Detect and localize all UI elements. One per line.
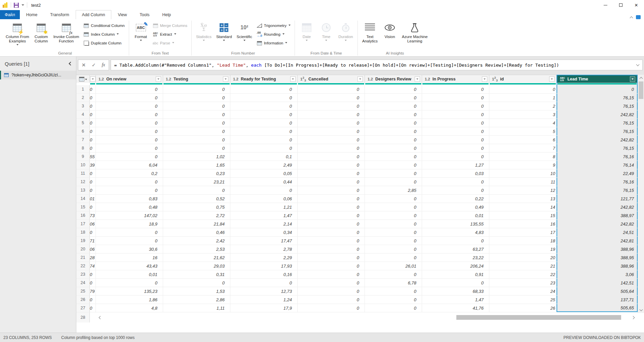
format-button[interactable]: ABC✎Format <box>131 21 151 50</box>
invoke-custom-function-button[interactable]: fxInvoke Custom Function <box>51 21 82 50</box>
filter-button[interactable] <box>223 76 228 82</box>
filter-button[interactable] <box>549 76 555 82</box>
cell-cancelled[interactable]: 0 <box>298 220 365 228</box>
cell-clipped[interactable]: 0 <box>90 136 96 144</box>
cell-testing[interactable]: 0 <box>163 279 230 287</box>
cell-in_progress[interactable]: 0 <box>422 119 489 127</box>
row-number[interactable]: 27 <box>76 304 90 312</box>
cell-in_progress[interactable]: 41,76 <box>422 304 489 312</box>
filter-button[interactable] <box>482 76 487 82</box>
text-analytics-button[interactable]: Text Analytics <box>360 21 380 50</box>
cell-id[interactable]: 1 <box>489 94 557 102</box>
cell-in_progress[interactable]: 0,01 <box>422 211 489 219</box>
information-button[interactable]: Information <box>255 39 293 47</box>
cell-on_review[interactable]: 0,83 <box>96 195 163 203</box>
cell-on_review[interactable]: 0,01 <box>96 270 163 278</box>
maximize-button[interactable] <box>613 0 629 10</box>
cell-lead_time[interactable]: 22,49 <box>557 169 638 177</box>
cell-cancelled[interactable]: 0 <box>298 119 365 127</box>
cell-in_progress[interactable]: 0 <box>422 85 489 93</box>
cell-clipped[interactable]: 73 <box>90 211 96 219</box>
cell-lead_time[interactable]: 242,82 <box>557 203 638 211</box>
cell-ready_for_testing[interactable]: 0,16 <box>230 270 298 278</box>
cell-cancelled[interactable]: 0 <box>298 253 365 262</box>
cell-on_review[interactable]: 4,8 <box>96 304 163 312</box>
collapse-queries-panel-button[interactable] <box>69 61 72 66</box>
column-from-examples-button[interactable]: ⚡Column From Examples <box>3 21 32 50</box>
cell-in_progress[interactable]: 1,47 <box>422 296 489 304</box>
cell-on_review[interactable]: 0 <box>96 85 163 93</box>
row-number[interactable]: 7 <box>76 136 90 144</box>
cell-clipped[interactable]: 0 <box>90 178 96 186</box>
cell-designers_review[interactable]: 0 <box>365 152 422 161</box>
cell-in_progress[interactable]: 63,27 <box>422 245 489 253</box>
expand-formula-bar-icon[interactable] <box>634 63 639 68</box>
cancel-formula-icon[interactable]: ✕ <box>82 62 86 68</box>
cell-cancelled[interactable]: 0 <box>298 144 365 152</box>
cell-on_review[interactable]: 0 <box>96 144 163 152</box>
cell-designers_review[interactable]: 0 <box>365 195 422 203</box>
extract-button[interactable]: ABC123Extract <box>151 30 189 39</box>
cell-designers_review[interactable]: 0 <box>365 245 422 253</box>
cell-designers_review[interactable]: 0 <box>365 304 422 312</box>
row-number[interactable]: 1 <box>76 85 90 93</box>
column-header-designers_review[interactable]: 1.2Designers Review <box>365 75 422 83</box>
cell-clipped[interactable]: 0 <box>90 270 96 278</box>
cell-in_progress[interactable]: 1,27 <box>422 161 489 169</box>
cell-on_review[interactable]: 0 <box>96 127 163 135</box>
row-number[interactable]: 20 <box>76 245 90 253</box>
cell-on_review[interactable]: 0 <box>96 228 163 236</box>
cell-testing[interactable]: 0,31 <box>163 270 230 278</box>
cell-in_progress[interactable]: 0 <box>422 237 489 245</box>
cell-ready_for_testing[interactable]: 1,24 <box>230 296 298 304</box>
cell-designers_review[interactable]: 0 <box>365 220 422 228</box>
cell-designers_review[interactable]: 0 <box>365 94 422 102</box>
cell-in_progress[interactable]: 68,33 <box>422 287 489 295</box>
cell-cancelled[interactable]: 0 <box>298 211 365 219</box>
cell-cancelled[interactable]: 0 <box>298 136 365 144</box>
cell-in_progress[interactable]: 0 <box>422 110 489 118</box>
cell-clipped[interactable]: 74 <box>90 262 96 270</box>
row-number[interactable]: 11 <box>76 169 90 177</box>
cell-in_progress[interactable]: 206,24 <box>422 262 489 270</box>
cell-ready_for_testing[interactable]: 0,1 <box>230 152 298 161</box>
cell-testing[interactable]: 21,62 <box>163 253 230 262</box>
cell-clipped[interactable]: 06 <box>90 220 96 228</box>
cell-lead_time[interactable]: 242,81 <box>557 237 638 245</box>
column-header-ready_for_testing[interactable]: 1.2Ready for Testing <box>230 75 298 83</box>
filter-button[interactable] <box>630 76 635 82</box>
cell-cancelled[interactable]: 0 <box>298 152 365 161</box>
cell-clipped[interactable]: 0 <box>90 304 96 312</box>
cell-on_review[interactable]: 43,43 <box>96 262 163 270</box>
cell-on_review[interactable]: 0 <box>96 94 163 102</box>
row-number[interactable]: 9 <box>76 152 90 161</box>
parse-button[interactable]: abcParse <box>151 39 189 47</box>
cell-testing[interactable]: 0 <box>163 85 230 93</box>
conditional-column-button[interactable]: Conditional Column <box>81 21 126 30</box>
cell-id[interactable]: 22 <box>489 270 557 278</box>
trigonometry-button[interactable]: Trigonometry <box>255 21 293 30</box>
cell-clipped[interactable]: 28 <box>90 253 96 262</box>
cell-designers_review[interactable]: 0 <box>365 136 422 144</box>
cell-in_progress[interactable]: 0 <box>422 279 489 287</box>
cell-testing[interactable]: 0,52 <box>163 195 230 203</box>
cell-clipped[interactable]: 0 <box>90 144 96 152</box>
cell-ready_for_testing[interactable]: 0 <box>230 110 298 118</box>
standard-button[interactable]: +−÷×Standard <box>214 21 234 50</box>
hscroll-right-arrow[interactable] <box>630 314 636 320</box>
cell-cancelled[interactable]: 0 <box>298 296 365 304</box>
index-column-button[interactable]: Index Column <box>81 30 126 39</box>
vision-button[interactable]: Vision <box>380 21 400 50</box>
cell-ready_for_testing[interactable]: 17,47 <box>230 237 298 245</box>
cell-on_review[interactable]: 0 <box>96 102 163 110</box>
cell-clipped[interactable]: 0 <box>90 85 96 93</box>
cell-in_progress[interactable]: 0,22 <box>422 195 489 203</box>
cell-testing[interactable]: 1,53 <box>163 287 230 295</box>
cell-ready_for_testing[interactable]: 0 <box>230 102 298 110</box>
cell-designers_review[interactable]: 0 <box>365 211 422 219</box>
cell-lead_time[interactable]: 24,51 <box>557 228 638 236</box>
cell-id[interactable]: 5 <box>489 127 557 135</box>
cell-ready_for_testing[interactable]: 0 <box>230 279 298 287</box>
cell-testing[interactable]: 0 <box>163 119 230 127</box>
cell-ready_for_testing[interactable]: 0 <box>230 85 298 93</box>
